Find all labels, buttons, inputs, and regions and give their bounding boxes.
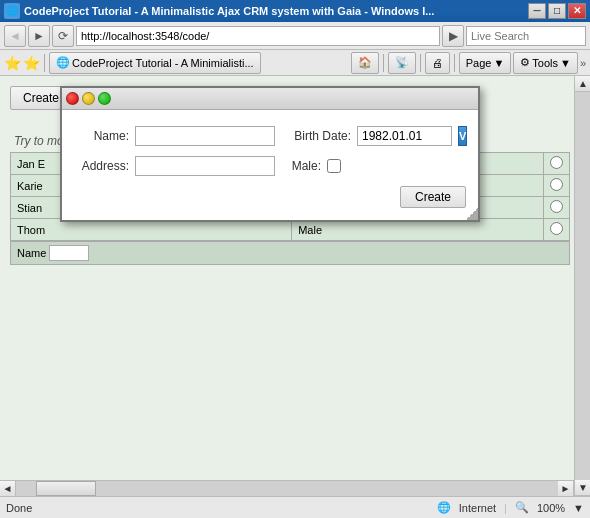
- main-content: ▲ ▼ Create new Customer Try to move me a…: [0, 76, 590, 496]
- maximize-button[interactable]: □: [548, 3, 566, 19]
- close-button[interactable]: ✕: [568, 3, 586, 19]
- dialog-maximize-dot[interactable]: [98, 92, 111, 105]
- toolbar: ⭐ ⭐ 🌐 CodeProject Tutorial - A Minimiali…: [0, 50, 590, 76]
- toolbar-separator-4: [454, 54, 455, 72]
- gear-icon: ⚙: [520, 56, 530, 69]
- scroll-track: [575, 92, 590, 480]
- dialog-resize-handle[interactable]: [466, 208, 478, 220]
- zoom-icon: 🔍: [515, 501, 529, 514]
- search-input[interactable]: [471, 30, 590, 42]
- zone-text: Internet: [459, 502, 496, 514]
- cell-radio[interactable]: [544, 197, 570, 219]
- birth-date-label: Birth Date:: [281, 129, 351, 143]
- cell-radio[interactable]: [544, 153, 570, 175]
- favorites-icon[interactable]: ⭐: [4, 55, 21, 71]
- zoom-dropdown-icon[interactable]: ▼: [573, 502, 584, 514]
- name-row: Name: Birth Date: V: [74, 126, 466, 146]
- address-input[interactable]: [135, 156, 275, 176]
- create-customer-dialog: Name: Birth Date: V Address: Male: Creat…: [60, 86, 480, 222]
- male-checkbox[interactable]: [327, 159, 341, 173]
- footer-name-label: Name: [17, 247, 46, 259]
- page-dropdown-icon: ▼: [493, 57, 504, 69]
- tools-dropdown-icon: ▼: [560, 57, 571, 69]
- forward-button[interactable]: ►: [28, 25, 50, 47]
- birth-date-input[interactable]: [357, 126, 452, 146]
- page-button[interactable]: Page ▼: [459, 52, 512, 74]
- cell-radio[interactable]: [544, 219, 570, 241]
- scroll-up-arrow[interactable]: ▲: [575, 76, 590, 92]
- tools-button[interactable]: ⚙ Tools ▼: [513, 52, 578, 74]
- search-wrap: 🔍: [466, 26, 586, 46]
- tools-label: Tools: [532, 57, 558, 69]
- footer-input[interactable]: [49, 245, 89, 261]
- add-favorites-icon[interactable]: ⭐: [23, 55, 40, 71]
- status-right: 🌐 Internet | 🔍 100% ▼: [437, 501, 584, 514]
- tab-label: CodeProject Tutorial - A Minimialisti...: [72, 57, 254, 69]
- page-label: Page: [466, 57, 492, 69]
- scroll-right-arrow[interactable]: ►: [558, 481, 574, 497]
- window-controls: ─ □ ✕: [528, 3, 586, 19]
- address-input[interactable]: [81, 30, 435, 42]
- name-input[interactable]: [135, 126, 275, 146]
- toolbar-separator-2: [383, 54, 384, 72]
- scroll-thumb-h[interactable]: [36, 481, 96, 496]
- address-label: Address:: [74, 159, 129, 173]
- male-label: Male:: [281, 159, 321, 173]
- zoom-text: 100%: [537, 502, 565, 514]
- window-title: CodeProject Tutorial - A Minimalistic Aj…: [24, 5, 528, 17]
- birth-date-picker-button[interactable]: V: [458, 126, 467, 146]
- refresh-button[interactable]: ⟳: [52, 25, 74, 47]
- rss-button[interactable]: 📡: [388, 52, 416, 74]
- tab-icon: 🌐: [56, 56, 70, 69]
- dialog-close-dot[interactable]: [66, 92, 79, 105]
- home-button[interactable]: 🏠: [351, 52, 379, 74]
- address-bar: ◄ ► ⟳ ▶ 🔍: [0, 22, 590, 50]
- horizontal-scrollbar[interactable]: ◄ ►: [0, 480, 574, 496]
- dialog-minimize-dot[interactable]: [82, 92, 95, 105]
- browser-icon: 🌐: [4, 3, 20, 19]
- address-input-wrap: [76, 26, 440, 46]
- print-button[interactable]: 🖨: [425, 52, 450, 74]
- vertical-scrollbar[interactable]: ▲ ▼: [574, 76, 590, 496]
- toolbar-separator-3: [420, 54, 421, 72]
- address-row: Address: Male:: [74, 156, 466, 176]
- cell-radio[interactable]: [544, 175, 570, 197]
- create-row: Create: [74, 186, 466, 208]
- scroll-left-arrow[interactable]: ◄: [0, 481, 16, 497]
- status-bar: Done 🌐 Internet | 🔍 100% ▼: [0, 496, 590, 518]
- chevron-right-icon: »: [580, 57, 586, 69]
- title-bar: 🌐 CodeProject Tutorial - A Minimalistic …: [0, 0, 590, 22]
- separator: |: [504, 502, 507, 514]
- tab-button[interactable]: 🌐 CodeProject Tutorial - A Minimialisti.…: [49, 52, 261, 74]
- table-footer: Name: [10, 241, 570, 265]
- toolbar-separator: [44, 54, 45, 72]
- minimize-button[interactable]: ─: [528, 3, 546, 19]
- zone-icon: 🌐: [437, 501, 451, 514]
- back-button[interactable]: ◄: [4, 25, 26, 47]
- go-button[interactable]: ▶: [442, 25, 464, 47]
- dialog-titlebar[interactable]: [62, 88, 478, 110]
- dialog-body: Name: Birth Date: V Address: Male: Creat…: [62, 110, 478, 220]
- scroll-down-arrow[interactable]: ▼: [575, 480, 590, 496]
- scroll-track-h: [16, 481, 558, 496]
- create-button[interactable]: Create: [400, 186, 466, 208]
- name-label: Name:: [74, 129, 129, 143]
- status-text: Done: [6, 502, 32, 514]
